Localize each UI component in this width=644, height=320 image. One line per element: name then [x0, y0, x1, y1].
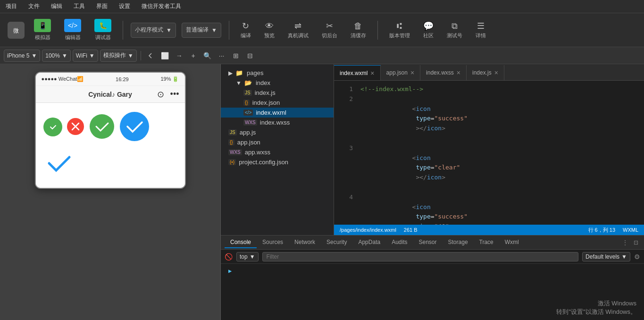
clean-action[interactable]: 🗑 清缓存: [347, 19, 370, 41]
preview-label: 预览: [264, 32, 275, 39]
menu-item-ui[interactable]: 界面: [94, 1, 109, 11]
app-logo: 微: [8, 22, 25, 39]
mode-dropdown[interactable]: 小程序模式 ▼: [131, 23, 176, 38]
network-select[interactable]: WiFi ▼: [73, 50, 98, 62]
tree-app-json[interactable]: {} app.json: [221, 137, 334, 147]
more-btn[interactable]: ···: [216, 50, 228, 62]
toolbar-sep-1: [123, 21, 123, 40]
back-btn[interactable]: [145, 50, 157, 62]
device-select[interactable]: iPhone 5 ▼: [4, 50, 40, 62]
tab-network[interactable]: Network: [289, 237, 321, 248]
menu-item-project[interactable]: 项目: [4, 1, 19, 11]
tab-index-wxml[interactable]: index.wxml ×: [334, 65, 381, 80]
app-wxss-badge: WXS: [228, 149, 242, 155]
console-levels-chevron-icon: ▼: [621, 253, 627, 260]
code-area[interactable]: 1 <!--index.wxml--> 2 <icon type="succes…: [334, 81, 644, 225]
tree-app-js[interactable]: JS app.js: [221, 127, 334, 137]
test-action[interactable]: ⧉ 测试号: [443, 19, 466, 41]
tab-trace[interactable]: Trace: [474, 237, 499, 248]
editor-main: ▶ 📁 pages ▼ 📂 index JS index.js {}: [221, 64, 644, 235]
status-size: 261 B: [404, 227, 418, 233]
tree-index-js[interactable]: JS index.js: [221, 88, 334, 98]
zoom-label: 100%: [45, 52, 60, 59]
test-label: 测试号: [447, 32, 462, 39]
community-action[interactable]: 💬 社区: [419, 19, 437, 41]
device-name: iPhone 5: [7, 52, 29, 59]
tree-app-wxss[interactable]: WXS app.wxss: [221, 147, 334, 157]
console-prompt: ▶: [228, 268, 232, 274]
editor-button[interactable]: </> 编辑器: [60, 17, 85, 43]
close-tab-index-wxss[interactable]: ×: [457, 69, 460, 76]
add-btn[interactable]: +: [187, 50, 200, 62]
refresh-icon: ↻: [242, 21, 249, 31]
tab-index-js[interactable]: index.js ×: [467, 65, 504, 80]
tree-project-config[interactable]: (•) project.config.json: [221, 157, 334, 167]
tab-console[interactable]: Console: [225, 237, 257, 248]
close-tab-app-json[interactable]: ×: [410, 69, 414, 76]
tab-index-wxss[interactable]: index.wxss ×: [420, 65, 467, 80]
tab-wxml[interactable]: Wxml: [499, 237, 525, 248]
cut-action[interactable]: ✂ 切后台: [318, 19, 341, 41]
compile-dropdown[interactable]: 普通编译 ▼: [182, 23, 221, 38]
close-tab-index-wxml[interactable]: ×: [370, 70, 374, 76]
status-bar: /pages/index/index.wxml 261 B 行 6，列 13 W…: [334, 225, 644, 235]
mode-chevron-icon: ▼: [166, 27, 172, 34]
phone-nav-dots[interactable]: •••: [170, 89, 179, 99]
tree-index-json[interactable]: {} index.json: [221, 98, 334, 108]
bottom-tab-icons: ⋮ ⊡: [620, 239, 640, 246]
icon-success-no-circle-blue: [43, 148, 75, 180]
cut-label: 切后台: [322, 32, 337, 39]
app-js-label: app.js: [240, 129, 256, 136]
close-tab-index-js[interactable]: ×: [494, 69, 498, 76]
console-settings-icon[interactable]: ⚙: [634, 253, 640, 261]
project-config-label: project.config.json: [239, 159, 288, 166]
tab-sensor[interactable]: Sensor: [413, 237, 443, 248]
svg-text:微: 微: [13, 27, 19, 34]
menu-item-tools[interactable]: 工具: [72, 1, 87, 11]
tab-sources[interactable]: Sources: [257, 237, 289, 248]
console-stop-icon[interactable]: 🚫: [225, 253, 233, 261]
detail-action[interactable]: ☰ 详情: [472, 19, 490, 41]
bottom-panel-expand-icon[interactable]: ⊡: [632, 239, 640, 246]
simulator-label: 模拟器: [35, 34, 50, 41]
tree-index-folder[interactable]: ▼ 📂 index: [221, 78, 334, 88]
debugger-button[interactable]: 🐛 调试器: [91, 17, 115, 43]
preview-action[interactable]: 👁 预览: [260, 19, 278, 41]
zoom-chevron-icon: ▼: [62, 52, 67, 59]
menu-item-devtools[interactable]: 微信开发者工具: [140, 1, 183, 11]
menu-item-edit[interactable]: 编辑: [49, 1, 64, 11]
rotate-btn[interactable]: ⬜: [159, 50, 171, 62]
bottom-panel-more-icon[interactable]: ⋮: [620, 239, 630, 246]
app-wxss-label: app.wxss: [245, 149, 270, 156]
search-btn[interactable]: 🔍: [201, 50, 214, 62]
split-btn[interactable]: ⊟: [244, 50, 256, 62]
code-content-4: <icon type="success" size="40" ></icon>: [360, 193, 640, 225]
js-badge: JS: [243, 90, 252, 96]
real-machine-action[interactable]: ⇌ 真机调试: [284, 19, 312, 41]
console-filter-input[interactable]: [262, 252, 578, 261]
console-levels-dropdown[interactable]: Default levels ▼: [582, 252, 630, 261]
tab-security[interactable]: Security: [321, 237, 352, 248]
menu-item-file[interactable]: 文件: [26, 1, 42, 11]
menu-item-settings[interactable]: 设置: [117, 1, 132, 11]
version-label: 版本管理: [389, 32, 410, 39]
simulator-button[interactable]: 📱 模拟器: [30, 17, 55, 43]
phone-nav-bar: Cynical♪ Gary ••• ⊙: [36, 86, 185, 103]
editor-panel: index.wxml × app.json × index.wxss × ind…: [334, 64, 644, 235]
console-context-dropdown[interactable]: top ▼: [236, 252, 259, 261]
zoom-select[interactable]: 100% ▼: [42, 50, 71, 62]
layout-btn[interactable]: ⊞: [230, 50, 242, 62]
tab-app-json[interactable]: app.json ×: [381, 65, 421, 80]
forward-btn[interactable]: →: [173, 50, 185, 62]
tree-pages-folder[interactable]: ▶ 📁 pages: [221, 68, 334, 78]
phone-carrier: ●●●●● WeChat📶: [42, 76, 84, 82]
version-action[interactable]: ⑆ 版本管理: [385, 19, 414, 41]
console-context-chevron-icon: ▼: [250, 253, 255, 260]
refresh-action[interactable]: ↻ 编译: [237, 19, 255, 41]
tree-index-wxml[interactable]: </> index.wxml: [221, 108, 334, 118]
tree-index-wxss[interactable]: WXS index.wxss: [221, 118, 334, 127]
simulate-select[interactable]: 模拟操作 ▼: [100, 50, 137, 62]
tab-appdata[interactable]: AppData: [352, 237, 386, 248]
tab-audits[interactable]: Audits: [386, 237, 413, 248]
tab-storage[interactable]: Storage: [443, 237, 474, 248]
